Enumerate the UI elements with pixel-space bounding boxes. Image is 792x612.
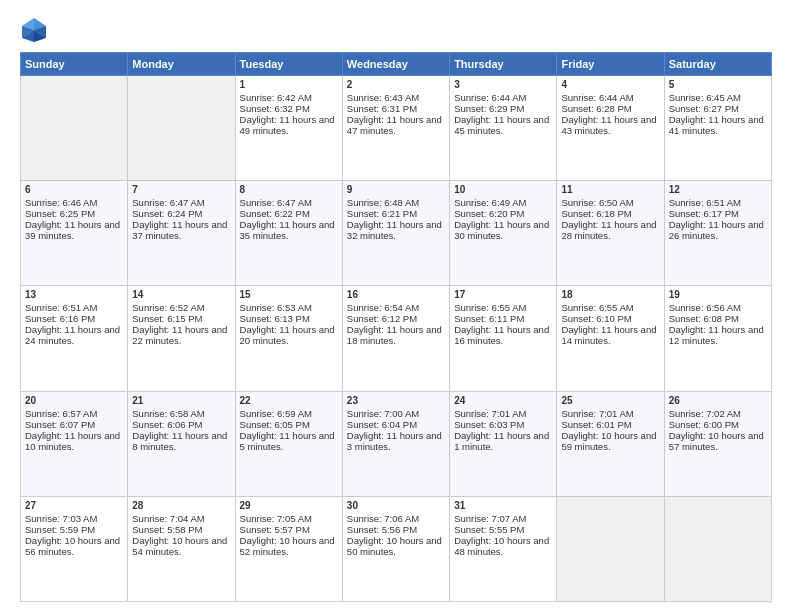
calendar-cell: 12Sunrise: 6:51 AMSunset: 6:17 PMDayligh… [664,181,771,286]
calendar-cell: 6Sunrise: 6:46 AMSunset: 6:25 PMDaylight… [21,181,128,286]
daylight-text: Daylight: 11 hours and 18 minutes. [347,324,445,346]
daylight-text: Daylight: 10 hours and 54 minutes. [132,535,230,557]
sunset-text: Sunset: 5:58 PM [132,524,230,535]
day-number: 28 [132,500,230,511]
logo-icon [20,16,48,44]
calendar-cell: 21Sunrise: 6:58 AMSunset: 6:06 PMDayligh… [128,391,235,496]
weekday-header: Wednesday [342,53,449,76]
day-number: 25 [561,395,659,406]
weekday-header: Sunday [21,53,128,76]
daylight-text: Daylight: 11 hours and 3 minutes. [347,430,445,452]
calendar-cell: 31Sunrise: 7:07 AMSunset: 5:55 PMDayligh… [450,496,557,601]
day-number: 10 [454,184,552,195]
daylight-text: Daylight: 11 hours and 30 minutes. [454,219,552,241]
calendar-cell: 22Sunrise: 6:59 AMSunset: 6:05 PMDayligh… [235,391,342,496]
sunrise-text: Sunrise: 6:55 AM [454,302,552,313]
calendar-cell: 27Sunrise: 7:03 AMSunset: 5:59 PMDayligh… [21,496,128,601]
sunset-text: Sunset: 5:57 PM [240,524,338,535]
calendar-cell: 15Sunrise: 6:53 AMSunset: 6:13 PMDayligh… [235,286,342,391]
calendar-cell: 23Sunrise: 7:00 AMSunset: 6:04 PMDayligh… [342,391,449,496]
calendar-cell: 4Sunrise: 6:44 AMSunset: 6:28 PMDaylight… [557,76,664,181]
daylight-text: Daylight: 11 hours and 28 minutes. [561,219,659,241]
day-number: 11 [561,184,659,195]
weekday-header: Monday [128,53,235,76]
daylight-text: Daylight: 11 hours and 41 minutes. [669,114,767,136]
calendar-cell [128,76,235,181]
sunrise-text: Sunrise: 6:59 AM [240,408,338,419]
sunset-text: Sunset: 6:28 PM [561,103,659,114]
day-number: 4 [561,79,659,90]
sunrise-text: Sunrise: 6:52 AM [132,302,230,313]
header [20,16,772,44]
daylight-text: Daylight: 11 hours and 10 minutes. [25,430,123,452]
day-number: 17 [454,289,552,300]
day-number: 18 [561,289,659,300]
sunrise-text: Sunrise: 6:44 AM [454,92,552,103]
daylight-text: Daylight: 11 hours and 1 minute. [454,430,552,452]
sunset-text: Sunset: 6:21 PM [347,208,445,219]
weekday-header: Tuesday [235,53,342,76]
daylight-text: Daylight: 10 hours and 59 minutes. [561,430,659,452]
daylight-text: Daylight: 11 hours and 20 minutes. [240,324,338,346]
sunset-text: Sunset: 6:01 PM [561,419,659,430]
daylight-text: Daylight: 10 hours and 56 minutes. [25,535,123,557]
day-number: 8 [240,184,338,195]
sunset-text: Sunset: 6:18 PM [561,208,659,219]
sunset-text: Sunset: 6:06 PM [132,419,230,430]
day-number: 24 [454,395,552,406]
sunrise-text: Sunrise: 6:47 AM [132,197,230,208]
day-number: 20 [25,395,123,406]
sunrise-text: Sunrise: 6:43 AM [347,92,445,103]
daylight-text: Daylight: 11 hours and 49 minutes. [240,114,338,136]
calendar-cell [664,496,771,601]
day-number: 15 [240,289,338,300]
day-number: 1 [240,79,338,90]
daylight-text: Daylight: 11 hours and 26 minutes. [669,219,767,241]
day-number: 23 [347,395,445,406]
daylight-text: Daylight: 11 hours and 47 minutes. [347,114,445,136]
daylight-text: Daylight: 11 hours and 16 minutes. [454,324,552,346]
calendar-cell: 24Sunrise: 7:01 AMSunset: 6:03 PMDayligh… [450,391,557,496]
day-number: 6 [25,184,123,195]
sunset-text: Sunset: 6:32 PM [240,103,338,114]
sunrise-text: Sunrise: 7:05 AM [240,513,338,524]
sunrise-text: Sunrise: 7:01 AM [561,408,659,419]
calendar-cell: 2Sunrise: 6:43 AMSunset: 6:31 PMDaylight… [342,76,449,181]
daylight-text: Daylight: 11 hours and 22 minutes. [132,324,230,346]
sunset-text: Sunset: 6:16 PM [25,313,123,324]
logo [20,16,52,44]
sunset-text: Sunset: 5:59 PM [25,524,123,535]
sunset-text: Sunset: 6:20 PM [454,208,552,219]
sunset-text: Sunset: 5:55 PM [454,524,552,535]
day-number: 19 [669,289,767,300]
sunrise-text: Sunrise: 6:55 AM [561,302,659,313]
day-number: 26 [669,395,767,406]
sunrise-text: Sunrise: 7:00 AM [347,408,445,419]
day-number: 21 [132,395,230,406]
daylight-text: Daylight: 10 hours and 50 minutes. [347,535,445,557]
weekday-header: Friday [557,53,664,76]
calendar-cell: 29Sunrise: 7:05 AMSunset: 5:57 PMDayligh… [235,496,342,601]
daylight-text: Daylight: 11 hours and 32 minutes. [347,219,445,241]
day-number: 16 [347,289,445,300]
daylight-text: Daylight: 11 hours and 43 minutes. [561,114,659,136]
calendar-cell: 7Sunrise: 6:47 AMSunset: 6:24 PMDaylight… [128,181,235,286]
sunset-text: Sunset: 6:17 PM [669,208,767,219]
day-number: 31 [454,500,552,511]
day-number: 3 [454,79,552,90]
sunrise-text: Sunrise: 6:50 AM [561,197,659,208]
calendar-cell [557,496,664,601]
daylight-text: Daylight: 11 hours and 35 minutes. [240,219,338,241]
daylight-text: Daylight: 11 hours and 24 minutes. [25,324,123,346]
sunrise-text: Sunrise: 6:58 AM [132,408,230,419]
sunrise-text: Sunrise: 6:57 AM [25,408,123,419]
calendar-cell: 14Sunrise: 6:52 AMSunset: 6:15 PMDayligh… [128,286,235,391]
sunset-text: Sunset: 6:13 PM [240,313,338,324]
sunset-text: Sunset: 6:03 PM [454,419,552,430]
sunset-text: Sunset: 6:24 PM [132,208,230,219]
calendar-cell: 25Sunrise: 7:01 AMSunset: 6:01 PMDayligh… [557,391,664,496]
daylight-text: Daylight: 10 hours and 48 minutes. [454,535,552,557]
sunset-text: Sunset: 6:27 PM [669,103,767,114]
calendar-cell: 1Sunrise: 6:42 AMSunset: 6:32 PMDaylight… [235,76,342,181]
sunset-text: Sunset: 6:07 PM [25,419,123,430]
